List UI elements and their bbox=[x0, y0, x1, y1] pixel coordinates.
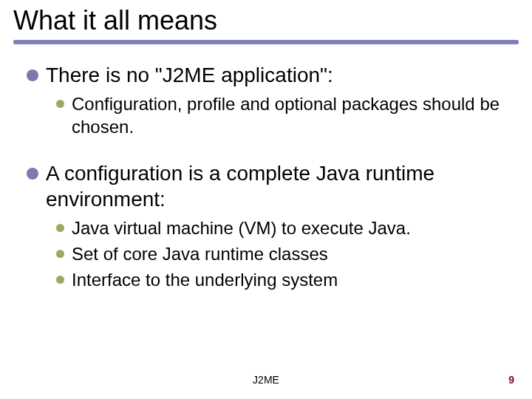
slide: What it all means There is no "J2ME appl… bbox=[0, 0, 532, 399]
page-number: 9 bbox=[508, 374, 514, 386]
bullet-level2: Set of core Java runtime classes bbox=[56, 242, 505, 265]
bullet-level1: A configuration is a complete Java runti… bbox=[27, 160, 505, 212]
sub-bullet-icon bbox=[56, 100, 64, 108]
bullet-level2: Configuration, profile and optional pack… bbox=[56, 92, 505, 138]
title-area: What it all means bbox=[0, 0, 532, 44]
sub-bullet-text: Configuration, profile and optional pack… bbox=[72, 92, 505, 138]
bullet-icon bbox=[27, 168, 38, 180]
sub-bullet-icon bbox=[56, 224, 64, 232]
sub-bullet-text: Set of core Java runtime classes bbox=[72, 242, 505, 265]
content-area: There is no "J2ME application": Configur… bbox=[0, 44, 532, 292]
sub-bullet-text: Java virtual machine (VM) to execute Jav… bbox=[72, 216, 505, 239]
slide-title: What it all means bbox=[13, 6, 519, 35]
sub-bullet-text: Interface to the underlying system bbox=[72, 268, 505, 291]
bullet-icon bbox=[27, 69, 38, 81]
spacer bbox=[27, 141, 505, 160]
bullet-level2: Interface to the underlying system bbox=[56, 268, 505, 291]
bullet-level2: Java virtual machine (VM) to execute Jav… bbox=[56, 216, 505, 239]
footer-label: J2ME bbox=[0, 374, 532, 386]
bullet-level1: There is no "J2ME application": bbox=[27, 62, 505, 88]
bullet-text: A configuration is a complete Java runti… bbox=[46, 160, 505, 212]
bullet-text: There is no "J2ME application": bbox=[46, 62, 505, 88]
sub-bullet-icon bbox=[56, 250, 64, 258]
sub-bullet-icon bbox=[56, 276, 64, 284]
